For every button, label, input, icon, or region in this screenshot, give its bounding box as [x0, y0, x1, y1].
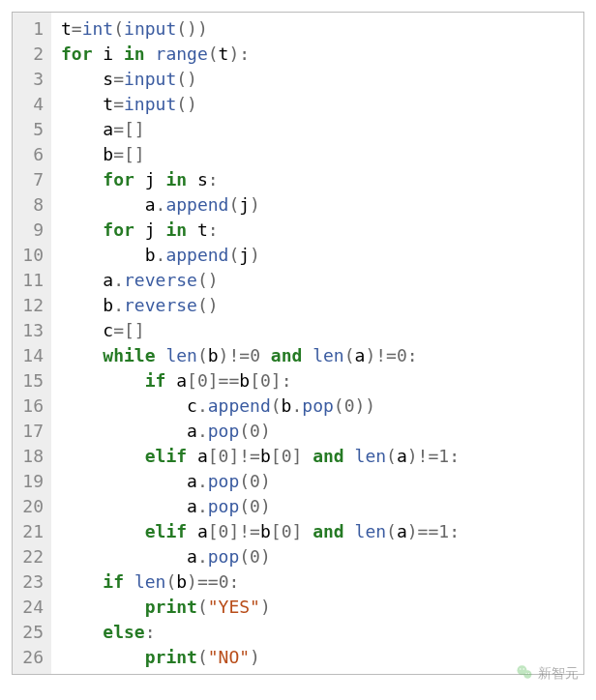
svg-point-3	[522, 668, 524, 670]
line-number: 23	[18, 569, 44, 595]
line-number: 10	[18, 243, 44, 268]
code-line: a.append(j)	[61, 192, 460, 218]
line-number: 7	[18, 167, 44, 192]
code-line: elif a[0]!=b[0] and len(a)!=1:	[61, 444, 460, 469]
svg-point-2	[520, 668, 522, 670]
code-line: else:	[61, 620, 460, 645]
line-number: 8	[18, 192, 44, 218]
code-line: c=[]	[61, 318, 460, 343]
line-number: 21	[18, 519, 44, 544]
line-number: 18	[18, 444, 44, 469]
code-line: a.pop(0)	[61, 544, 460, 569]
line-number-gutter: 1234567891011121314151617181920212223242…	[13, 13, 51, 674]
code-block: 1234567891011121314151617181920212223242…	[12, 12, 584, 675]
line-number: 24	[18, 595, 44, 620]
line-number: 19	[18, 469, 44, 494]
line-number: 14	[18, 343, 44, 368]
line-number: 13	[18, 318, 44, 343]
code-line: a.pop(0)	[61, 419, 460, 444]
code-line: for j in t:	[61, 218, 460, 243]
code-line: print("YES")	[61, 595, 460, 620]
line-number: 15	[18, 368, 44, 394]
line-number: 3	[18, 67, 44, 92]
line-number: 9	[18, 218, 44, 243]
svg-point-1	[523, 670, 531, 678]
line-number: 20	[18, 494, 44, 519]
code-line: elif a[0]!=b[0] and len(a)==1:	[61, 519, 460, 544]
line-number: 11	[18, 268, 44, 293]
code-line: b.reverse()	[61, 293, 460, 318]
line-number: 16	[18, 394, 44, 419]
code-line: for i in range(t):	[61, 42, 460, 67]
code-content: t=int(input())for i in range(t): s=input…	[51, 13, 460, 674]
line-number: 1	[18, 16, 44, 42]
code-line: b.append(j)	[61, 243, 460, 268]
screenshot-frame: 1234567891011121314151617181920212223242…	[0, 0, 596, 700]
code-line: s=input()	[61, 67, 460, 92]
code-line: while len(b)!=0 and len(a)!=0:	[61, 343, 460, 368]
line-number: 4	[18, 92, 44, 117]
code-line: t=int(input())	[61, 16, 460, 42]
code-line: if len(b)==0:	[61, 569, 460, 595]
code-line: c.append(b.pop(0))	[61, 394, 460, 419]
code-line: if a[0]==b[0]:	[61, 368, 460, 394]
wechat-icon	[515, 662, 534, 685]
line-number: 2	[18, 42, 44, 67]
line-number: 26	[18, 645, 44, 670]
line-number: 22	[18, 544, 44, 569]
line-number: 25	[18, 620, 44, 645]
code-line: a.pop(0)	[61, 494, 460, 519]
code-line: a.pop(0)	[61, 469, 460, 494]
line-number: 5	[18, 117, 44, 142]
code-line: a.reverse()	[61, 268, 460, 293]
code-line: a=[]	[61, 117, 460, 142]
watermark: 新智元	[515, 662, 579, 685]
line-number: 17	[18, 419, 44, 444]
code-line: for j in s:	[61, 167, 460, 192]
svg-point-4	[526, 673, 527, 674]
line-number: 6	[18, 142, 44, 167]
svg-point-5	[528, 673, 529, 674]
line-number: 12	[18, 293, 44, 318]
code-line: b=[]	[61, 142, 460, 167]
watermark-text: 新智元	[538, 665, 579, 683]
code-line: t=input()	[61, 92, 460, 117]
code-line: print("NO")	[61, 645, 460, 670]
